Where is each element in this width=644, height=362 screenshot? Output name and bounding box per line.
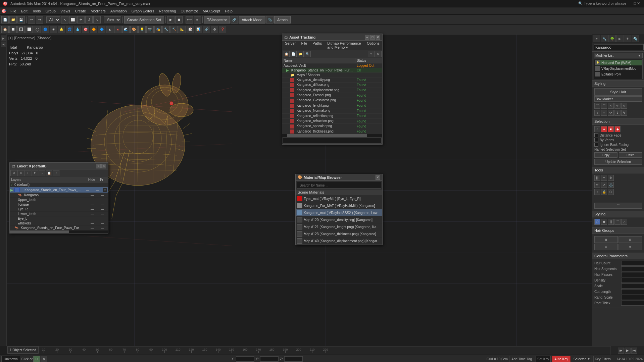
- mat-row-fur[interactable]: Kangaroo_Fur_MAT ( VRayHairMtl ) [Kangar…: [296, 202, 382, 209]
- mat-row-map140[interactable]: Map #140 (Kangaroo_displacement.png) [Ka…: [296, 238, 382, 245]
- shapes-tb-25[interactable]: 📊: [195, 26, 202, 33]
- tab-display[interactable]: 👁: [624, 35, 631, 42]
- undo-btn[interactable]: ↩: [28, 16, 35, 23]
- menu-graph-editors[interactable]: Graph Editors: [130, 8, 156, 14]
- attach-mode-icon[interactable]: 🔗: [231, 16, 238, 23]
- asset-minimize-btn[interactable]: –: [365, 35, 369, 40]
- layers-scrollbar-thumb[interactable]: [10, 230, 69, 233]
- asset-row-maps[interactable]: 📁 Maps / Shaders: [282, 73, 382, 77]
- menu-modifiers[interactable]: Modifiers: [89, 8, 108, 14]
- asset-menu-bitmap[interactable]: Bitmap Performance and Memory: [325, 41, 364, 50]
- asset-menu-server[interactable]: Server: [282, 41, 298, 50]
- layer-row-eye-r[interactable]: Eye_R — —: [10, 207, 108, 212]
- shapes-tb-7[interactable]: ☀: [50, 26, 57, 33]
- shapes-tb-4[interactable]: ⬜: [26, 26, 33, 33]
- asset-menu-paths[interactable]: Paths: [310, 41, 325, 50]
- asset-file-row[interactable]: Kangaroo_density.png Found: [282, 77, 382, 83]
- tool-icon-8[interactable]: 🔒: [601, 189, 607, 195]
- dist-fade-cb[interactable]: [594, 133, 598, 137]
- play-prev-btn[interactable]: ⏮: [618, 348, 624, 354]
- layers-panel-header[interactable]: 🗂 Layer: 0 (default) ? ✕: [10, 163, 108, 169]
- tab-hierarchy[interactable]: 🌳: [608, 35, 616, 42]
- layers-tb-6[interactable]: ⤴: [53, 170, 59, 176]
- density-input[interactable]: 100,0: [621, 278, 644, 283]
- shapes-tb-11[interactable]: 🎯: [82, 26, 89, 33]
- asset-tb-2[interactable]: 📄: [290, 51, 297, 57]
- copy-btn[interactable]: Copy: [594, 152, 617, 158]
- rand-scale-input[interactable]: 0,0: [621, 295, 644, 300]
- shapes-tb-1[interactable]: 🏠: [1, 26, 9, 33]
- key-filters-btn[interactable]: Key Filters...: [593, 356, 615, 362]
- asset-close-btn[interactable]: ✕: [376, 35, 380, 40]
- layer-row-default[interactable]: ✓ 0 (default): [10, 183, 108, 187]
- timeline-track[interactable]: -501020304050607080901001101201301401501…: [10, 346, 610, 355]
- shapes-tb-3[interactable]: 🔳: [17, 26, 25, 33]
- layer-row-lower-teeth[interactable]: Lower_teeth — —: [10, 212, 108, 216]
- style-icon-4[interactable]: ∿: [614, 103, 621, 109]
- stop-btn[interactable]: ⏹: [175, 16, 183, 23]
- shapes-tb-6[interactable]: 🔵: [42, 26, 49, 33]
- shapes-tb-17[interactable]: 🎨: [130, 26, 138, 33]
- menu-file[interactable]: File: [8, 8, 18, 14]
- move-btn[interactable]: ✛: [77, 16, 85, 23]
- sel-icon-1[interactable]: ○: [594, 126, 600, 132]
- asset-scrollbar-thumb[interactable]: [287, 134, 367, 137]
- modifier-editable-poly[interactable]: Editable Poly: [595, 71, 642, 77]
- layer-row-kangaroo[interactable]: 🦘 Kangaroo — —: [10, 193, 108, 198]
- asset-tb-settings[interactable]: ⚙: [375, 51, 382, 57]
- menu-tools[interactable]: Tools: [30, 8, 43, 14]
- attach-icon[interactable]: 📎: [266, 16, 274, 23]
- hair-passes-input[interactable]: 2: [621, 272, 644, 277]
- layer-row-upper-teeth[interactable]: Upper_teeth — —: [10, 198, 108, 202]
- vp-plus[interactable]: [+]: [8, 36, 13, 40]
- mat-row-map120[interactable]: Map #120 (Kangaroo_density.png) [Kangaro…: [296, 216, 382, 223]
- asset-file-row[interactable]: Kangaroo_refraction.png Found: [282, 119, 382, 124]
- layers-tb-5[interactable]: 📋: [46, 170, 52, 176]
- shapes-tb-20[interactable]: 🎭: [154, 26, 162, 33]
- shapes-tb-12[interactable]: 🔶: [90, 26, 97, 33]
- shapes-tb-21[interactable]: 🔧: [162, 26, 170, 33]
- play-btn[interactable]: ▶: [625, 348, 631, 354]
- shapes-tb-28[interactable]: ❓: [219, 26, 226, 33]
- asset-tb-1[interactable]: 📋: [283, 51, 290, 57]
- shapes-tb-16[interactable]: 🌊: [122, 26, 130, 33]
- y-input[interactable]: [260, 356, 279, 362]
- vp-perspective[interactable]: [Perspective]: [14, 36, 36, 40]
- shapes-tb-2[interactable]: 🔲: [9, 26, 17, 33]
- mini-action-btn[interactable]: D: [33, 356, 40, 362]
- style2-icon-4[interactable]: ⌒: [614, 219, 621, 225]
- layers-scrollbar[interactable]: [10, 230, 108, 233]
- menu-group[interactable]: Group: [43, 8, 58, 14]
- shapes-tb-18[interactable]: 💡: [138, 26, 146, 33]
- sel-icon-4[interactable]: ◆: [614, 126, 621, 132]
- tool-icon-2[interactable]: ✦: [601, 175, 607, 181]
- timeline[interactable]: -501020304050607080901001101201301401501…: [0, 346, 644, 355]
- tool-icon-3[interactable]: ✼: [608, 175, 614, 181]
- asset-file-row[interactable]: Kangaroo_lenght.png Found: [282, 103, 382, 108]
- menu-help[interactable]: Help: [223, 8, 235, 14]
- mini-close-btn[interactable]: ✕: [41, 356, 47, 362]
- select-btn[interactable]: ↖: [61, 16, 68, 23]
- tab-create[interactable]: ✦: [593, 35, 600, 42]
- box-marker-input[interactable]: [594, 96, 642, 102]
- scale-input[interactable]: 100,0: [621, 283, 644, 289]
- asset-search-input[interactable]: [283, 138, 382, 144]
- layers-close-btn[interactable]: ✕: [101, 164, 106, 168]
- shapes-tb-24[interactable]: 🎲: [187, 26, 194, 33]
- modifier-hair-fur[interactable]: 💡 Hair and Fur (WSM): [595, 60, 642, 65]
- menu-customize[interactable]: Customize: [179, 8, 200, 14]
- new-btn[interactable]: 📄: [1, 16, 9, 23]
- mat-row-kangaroo[interactable]: Kangaroo_mat ( VRayfastSSS2 ) [Kangaroo,…: [296, 209, 382, 216]
- asset-menu-file[interactable]: File: [298, 41, 310, 50]
- tool-icon-5[interactable]: ⟳: [601, 182, 607, 188]
- left-tool-1[interactable]: ▶: [1, 36, 6, 41]
- shapes-tb-9[interactable]: 🌀: [66, 26, 73, 33]
- object-name-input[interactable]: Kangaroo: [594, 44, 643, 50]
- left-tool-2[interactable]: ◀: [1, 42, 6, 47]
- hair-segments-input[interactable]: 20: [621, 266, 644, 271]
- hair-count-input[interactable]: 990000: [621, 261, 644, 266]
- shapes-tb-13[interactable]: 🔷: [98, 26, 105, 33]
- style2-icon-2[interactable]: ⬢: [601, 219, 607, 225]
- layers-tb-2[interactable]: ✕: [17, 170, 24, 176]
- asset-file-row[interactable]: Kangaroo_thickness.png Found: [282, 129, 382, 134]
